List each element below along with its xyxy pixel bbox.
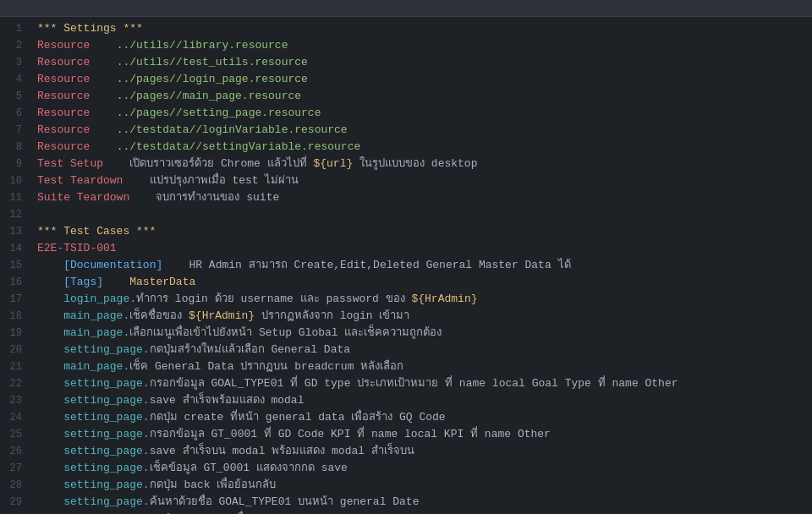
- token: Resource: [37, 105, 90, 122]
- editor-container: 1234567891011121314151617181920212223242…: [0, 0, 812, 514]
- code-line: main_page.เลือกเมนูเพื่อเข้าไปยังหน้า Se…: [37, 325, 812, 342]
- code-line: setting_page.กดปุ่ม edit จากชื่อ GOAL_TY…: [37, 511, 812, 514]
- token: ../utils//library.resource: [90, 37, 288, 54]
- line-number: 18: [0, 308, 30, 325]
- token: ../pages//setting_page.resource: [90, 105, 321, 122]
- token: เปิดบราวเซอร์ด้วย Chrome แล้วไปที่: [103, 156, 313, 172]
- token: HR Admin สามารถ Create,Edit,Deleted Gene…: [162, 257, 570, 274]
- code-line: setting_page.save สำเร็จบน modal พร้อมแส…: [37, 443, 812, 460]
- line-number: 14: [0, 240, 30, 257]
- token: แปรปรุงภาพเมื่อ test ไม่ผ่าน: [123, 172, 299, 189]
- line-number: 10: [0, 172, 30, 189]
- token: save สำเร็จบน modal พร้อมแสดง modal สำเร…: [150, 443, 414, 460]
- line-number: 7: [0, 122, 30, 139]
- line-number: 9: [0, 156, 30, 172]
- code-line: login_page.ทำการ login ด้วย username และ…: [37, 291, 812, 308]
- token: Resource: [37, 122, 90, 139]
- line-number: 28: [0, 477, 30, 494]
- token: Resource: [37, 37, 90, 54]
- token: save สำเร็จพร้อมแสดง modal: [150, 392, 304, 409]
- code-line: [Tags] MasterData: [37, 274, 812, 291]
- token: ../utils//test_utils.resource: [90, 54, 307, 71]
- token: Resource: [37, 71, 90, 88]
- code-line: setting_page.กรอกข้อมูล GOAL_TYPE01 ที่ …: [37, 375, 812, 392]
- token: *** Settings ***: [37, 20, 143, 37]
- code-line: Resource ../pages//main_page.resource: [37, 88, 812, 105]
- token: กดปุ่มสร้างใหม่แล้วเลือก General Data: [150, 342, 350, 358]
- token: ../testdata//loginVariable.resource: [90, 122, 347, 139]
- token: Resource: [37, 88, 90, 105]
- line-number: 19: [0, 325, 30, 342]
- line-number: 29: [0, 494, 30, 511]
- token: ปรากฏหลังจาก login เข้ามา: [255, 308, 409, 325]
- token: ในรูปแบบของ desktop: [353, 156, 477, 172]
- token: กดปุ่ม edit จากชื่อ GOAL_TYPE01: [150, 511, 330, 514]
- token: Suite Teardown: [37, 189, 129, 206]
- line-number: 15: [0, 257, 30, 274]
- line-number: 12: [0, 206, 30, 223]
- git-blame-bar: [0, 0, 812, 17]
- token: setting_page.: [37, 494, 150, 511]
- line-number: 26: [0, 443, 30, 460]
- token: ../pages//login_page.resource: [90, 71, 307, 88]
- line-number: 16: [0, 274, 30, 291]
- token: setting_page.: [37, 426, 150, 443]
- token: main_page.: [37, 325, 129, 342]
- token: เลือกเมนูเพื่อเข้าไปยังหน้า Setup Global…: [129, 325, 442, 342]
- token: *** Test Cases ***: [37, 223, 156, 240]
- code-content: *** Settings ***Resource ../utils//libra…: [30, 17, 812, 514]
- code-line: *** Settings ***: [37, 20, 812, 37]
- code-line: Resource ../pages//login_page.resource: [37, 71, 812, 88]
- code-line: setting_page.กดปุ่มสร้างใหม่แล้วเลือก Ge…: [37, 342, 812, 358]
- token: main_page.: [37, 358, 129, 375]
- token: MasterData: [103, 274, 195, 291]
- line-number: 23: [0, 392, 30, 409]
- line-number: 4: [0, 71, 30, 88]
- token: [Documentation]: [63, 257, 162, 274]
- token: setting_page.: [37, 511, 150, 514]
- token: setting_page.: [37, 477, 150, 494]
- token: [Tags]: [63, 274, 103, 291]
- token: ${HrAdmin}: [411, 291, 477, 308]
- line-number: 27: [0, 460, 30, 477]
- code-line: E2E-TSID-001: [37, 240, 812, 257]
- code-line: Resource ../utils//test_utils.resource: [37, 54, 812, 71]
- token: setting_page.: [37, 409, 150, 426]
- code-line: setting_page.กดปุ่ม create ที่หน้า gener…: [37, 409, 812, 426]
- line-number: 24: [0, 409, 30, 426]
- token: setting_page.: [37, 392, 150, 409]
- code-line: Suite Teardown จบการทำงานของ suite: [37, 189, 812, 206]
- token: ทำการ login ด้วย username และ password ข…: [136, 291, 411, 308]
- token: setting_page.: [37, 460, 150, 477]
- line-number: 25: [0, 426, 30, 443]
- line-number: 5: [0, 88, 30, 105]
- code-line: setting_page.ค้นหาด้วยชื่อ GOAL_TYPE01 บ…: [37, 494, 812, 511]
- token: ${url}: [313, 156, 353, 172]
- line-number: 1: [0, 20, 30, 37]
- code-line: main_page.เช็ค General Data ปรากฏบน brea…: [37, 358, 812, 375]
- code-line: setting_page.save สำเร็จพร้อมแสดง modal: [37, 392, 812, 409]
- token: E2E-TSID-001: [37, 240, 117, 257]
- code-area[interactable]: 1234567891011121314151617181920212223242…: [0, 17, 812, 514]
- token: [37, 257, 63, 274]
- token: กดปุ่ม create ที่หน้า general data เพื่อ…: [150, 409, 446, 426]
- code-line: Resource ../utils//library.resource: [37, 37, 812, 54]
- token: setting_page.: [37, 375, 150, 392]
- line-number: 17: [0, 291, 30, 308]
- token: Test Teardown: [37, 172, 123, 189]
- token: กดปุ่ม back เพื่อย้อนกลับ: [150, 477, 277, 494]
- token: ค้นหาด้วยชื่อ GOAL_TYPE01 บนหน้า general…: [150, 494, 420, 511]
- line-number: 11: [0, 189, 30, 206]
- line-number: 21: [0, 358, 30, 375]
- code-line: setting_page.เช็คข้อมูล GT_0001 แสดงจากก…: [37, 460, 812, 477]
- token: [37, 274, 63, 291]
- code-line: Resource ../testdata//loginVariable.reso…: [37, 122, 812, 139]
- token: login_page.: [37, 291, 136, 308]
- line-number: 20: [0, 342, 30, 358]
- code-line: [37, 206, 812, 223]
- token: ${HrAdmin}: [189, 308, 255, 325]
- line-number: 8: [0, 139, 30, 156]
- token: กรอกข้อมูล GT_0001 ที่ GD Code KPI ที่ n…: [150, 426, 551, 443]
- token: main_page.: [37, 308, 129, 325]
- line-number: 3: [0, 54, 30, 71]
